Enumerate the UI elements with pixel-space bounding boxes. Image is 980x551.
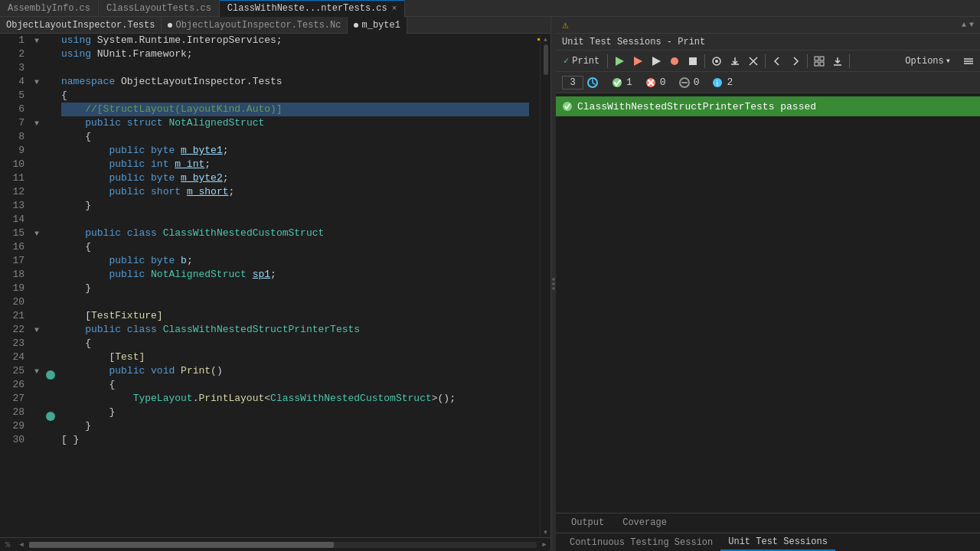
svg-text:i: i [717, 79, 719, 87]
test-title-bar: Unit Test Sessions - Print [556, 34, 980, 51]
code-line-2: using NUnit.Framework; [61, 47, 529, 61]
test-indicator-25 [46, 412, 55, 421]
download-button[interactable] [727, 53, 743, 70]
editor-tab-m_byte1[interactable]: m_byte1 [348, 17, 407, 34]
toolbar-separator-1 [607, 54, 608, 68]
code-line-26: { [61, 378, 529, 392]
line-numbers: 1 2 3 4 5 6 7 8 9 10 11 12 13 14 15 16 1… [0, 34, 31, 537]
warning-bar: ⚠ ▲ ▼ [556, 17, 980, 34]
warning-icon: ⚠ [562, 18, 568, 31]
coverage-tab[interactable]: Coverage [613, 514, 676, 533]
code-line-11: public byte m_byte2; [61, 171, 529, 185]
continuous-testing-tab[interactable]: Continuous Testing Session [562, 534, 720, 551]
run-all-button[interactable] [611, 53, 628, 70]
main-area: ObjectLayoutInspector.Tests ObjectLayout… [0, 17, 980, 551]
code-bottom: % ◀ ▶ [0, 537, 550, 551]
grid-view-button[interactable] [811, 53, 828, 70]
code-line-22: public class ClassWithNestedStructPrinte… [61, 323, 529, 337]
code-line-3 [61, 61, 529, 75]
svg-marker-1 [634, 57, 642, 66]
h-scroll-thumb[interactable] [29, 542, 334, 548]
scroll-up-arrow[interactable]: ▲ [541, 34, 551, 44]
bottom-tab-bar: Output Coverage [556, 514, 980, 533]
code-line-18: public NotAlignedStruct sp1; [61, 268, 529, 282]
code-line-5: { [61, 89, 529, 103]
collapse-btn-7[interactable]: ▼ [31, 116, 43, 130]
scroll-track[interactable] [544, 44, 548, 527]
code-line-21: [TestFixture] [61, 309, 529, 323]
editor-tab-nc[interactable]: ObjectLayoutInspector.Tests.Nc [162, 17, 348, 34]
test-result-label-1: ClassWithNestedStructPrinterTests passed [577, 101, 816, 112]
close-tab-icon[interactable]: × [392, 4, 397, 13]
code-line-23: { [61, 337, 529, 350]
code-line-14 [61, 213, 529, 227]
toolbar-separator-3 [765, 54, 766, 68]
collapse-btn-22[interactable]: ▼ [31, 323, 43, 337]
code-lines: using System.Runtime.InteropServices; us… [58, 34, 529, 537]
stat-failed: 0 [645, 77, 666, 89]
test-result-row-1[interactable]: ClassWithNestedStructPrinterTests passed [556, 96, 980, 116]
tab-assemblyinfo[interactable]: AssemblyInfo.cs [0, 0, 99, 17]
breakpoint-button[interactable] [708, 53, 725, 70]
code-line-19: } [61, 282, 529, 295]
navigate-prev-button[interactable] [769, 53, 786, 70]
code-line-1: using System.Runtime.InteropServices; [61, 34, 529, 47]
test-session-title: Unit Test Sessions - Print [562, 37, 705, 47]
more-options-button[interactable] [960, 53, 977, 70]
code-line-9: public byte m_byte1; [61, 144, 529, 158]
code-line-25: public void Print() [61, 364, 529, 378]
stat-info: i 2 [711, 77, 733, 89]
code-line-24: [Test] [61, 350, 529, 364]
output-tab[interactable]: Output [562, 514, 613, 533]
svg-point-6 [715, 60, 718, 63]
svg-marker-0 [616, 57, 624, 66]
code-line-4: namespace ObjectLayoutInspector.Tests [61, 75, 529, 89]
stat-running: 3 [562, 76, 599, 90]
run-failed-button[interactable] [629, 53, 646, 70]
h-scroll-right[interactable]: ▶ [538, 540, 550, 549]
session-tabs: Continuous Testing Session Unit Test Ses… [562, 534, 835, 551]
navigate-next-button[interactable] [787, 53, 804, 70]
overview-ruler [529, 34, 540, 537]
tab-classnested[interactable]: ClassWithNeste...nterTests.cs × [220, 0, 405, 17]
collapse-btn-25[interactable]: ▼ [31, 364, 43, 378]
collapse-btn-15[interactable]: ▼ [31, 227, 43, 240]
print-button[interactable]: ✓ Print [559, 53, 604, 70]
code-line-20 [61, 295, 529, 309]
running-icon [586, 77, 599, 89]
code-line-6: //[StructLayout(LayoutKind.Auto)] [61, 103, 529, 116]
code-content: 1 2 3 4 5 6 7 8 9 10 11 12 13 14 15 16 1… [0, 34, 550, 537]
code-line-29: } [61, 419, 529, 433]
unit-test-sessions-tab[interactable]: Unit Test Sessions [720, 534, 835, 551]
vertical-scrollbar[interactable]: ▲ ▼ [540, 34, 550, 537]
stop-button[interactable] [684, 53, 701, 70]
top-tab-bar: AssemblyInfo.cs ClassLayoutTests.cs Clas… [0, 0, 980, 17]
right-panel: ⚠ ▲ ▼ Unit Test Sessions - Print ✓ Print [556, 17, 980, 551]
toolbar-separator-5 [849, 54, 850, 68]
scroll-thumb[interactable] [544, 44, 548, 75]
close-tests-button[interactable] [745, 53, 762, 70]
export-button[interactable] [829, 53, 846, 70]
collapse-btn-4[interactable]: ▼ [31, 75, 43, 89]
breakpoint-gutter [43, 34, 58, 537]
running-count-box: 3 [562, 76, 583, 90]
options-button[interactable]: Options ▾ [900, 53, 956, 70]
scroll-down-arrow[interactable]: ▼ [541, 527, 551, 537]
record-button[interactable] [666, 53, 683, 70]
failed-count: 0 [660, 77, 666, 88]
right-panel-scroll-up[interactable]: ▲ [962, 21, 966, 29]
h-scroll-left[interactable]: ◀ [15, 540, 28, 549]
editor-tabs: ObjectLayoutInspector.Tests ObjectLayout… [0, 17, 550, 34]
dot-icon [168, 23, 172, 28]
test-toolbar: ✓ Print [556, 51, 980, 72]
collapse-btn-1[interactable]: ▼ [31, 34, 43, 47]
bottom-content: Continuous Testing Session Unit Test Ses… [556, 533, 980, 551]
code-line-7: public struct NotAlignedStruct [61, 116, 529, 130]
tab-classlayout[interactable]: ClassLayoutTests.cs [99, 0, 220, 17]
code-line-27: TypeLayout.PrintLayout<ClassWithNestedCu… [61, 392, 529, 406]
test-stats: 3 1 0 0 i 2 [556, 72, 980, 93]
h-scroll-track[interactable] [29, 542, 537, 548]
svg-rect-11 [815, 62, 818, 66]
run-button[interactable] [648, 53, 665, 70]
right-panel-scroll-down[interactable]: ▼ [969, 21, 974, 29]
